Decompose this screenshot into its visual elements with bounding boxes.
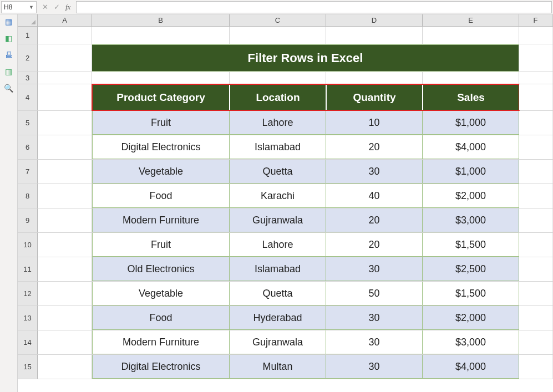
- tool-icon[interactable]: ▥: [4, 67, 14, 77]
- row-header[interactable]: 14: [18, 330, 38, 354]
- data-cell[interactable]: Gujranwala: [230, 208, 326, 232]
- cell[interactable]: [519, 111, 552, 135]
- row-header[interactable]: 5: [18, 111, 38, 135]
- data-cell[interactable]: 50: [326, 282, 423, 306]
- cell[interactable]: [230, 72, 326, 84]
- row-header[interactable]: 13: [18, 306, 38, 330]
- data-cell[interactable]: Fruit: [92, 111, 230, 135]
- cell[interactable]: [38, 135, 92, 159]
- row-header[interactable]: 12: [18, 282, 38, 306]
- data-cell[interactable]: $1,000: [423, 111, 519, 135]
- data-cell[interactable]: $1,000: [423, 160, 519, 184]
- cell[interactable]: [38, 330, 92, 354]
- cell[interactable]: [38, 27, 92, 44]
- cell[interactable]: [38, 44, 92, 72]
- cell[interactable]: [38, 184, 92, 208]
- data-cell[interactable]: Digital Electronics: [92, 135, 230, 159]
- data-cell[interactable]: 30: [326, 330, 423, 354]
- chevron-down-icon[interactable]: ▼: [29, 4, 34, 10]
- data-cell[interactable]: $1,500: [423, 282, 519, 306]
- fx-icon[interactable]: fx: [65, 3, 70, 12]
- data-cell[interactable]: Gujranwala: [230, 330, 326, 354]
- cell[interactable]: [423, 27, 519, 44]
- row-header[interactable]: 3: [18, 72, 38, 84]
- data-cell[interactable]: $4,000: [423, 135, 519, 159]
- row-header[interactable]: 7: [18, 160, 38, 184]
- cell[interactable]: [519, 44, 552, 72]
- tool-icon[interactable]: ▦: [4, 17, 14, 27]
- data-cell[interactable]: Old Electronics: [92, 257, 230, 281]
- cell[interactable]: [326, 27, 423, 44]
- data-cell[interactable]: $3,000: [423, 208, 519, 232]
- cell[interactable]: [519, 84, 552, 110]
- row-header[interactable]: 4: [18, 84, 38, 110]
- data-cell[interactable]: $3,000: [423, 330, 519, 354]
- data-cell[interactable]: Lahore: [230, 111, 326, 135]
- cell[interactable]: [519, 233, 552, 257]
- cell[interactable]: [92, 27, 230, 44]
- cell[interactable]: [519, 257, 552, 281]
- cell[interactable]: [38, 111, 92, 135]
- cell[interactable]: [519, 355, 552, 379]
- cell[interactable]: [38, 208, 92, 232]
- row-header[interactable]: 1: [18, 27, 38, 44]
- data-cell[interactable]: Islamabad: [230, 257, 326, 281]
- row-header[interactable]: 15: [18, 355, 38, 379]
- data-cell[interactable]: 20: [326, 208, 423, 232]
- cell[interactable]: [38, 306, 92, 330]
- data-cell[interactable]: Modern Furniture: [92, 330, 230, 354]
- cell[interactable]: [92, 72, 230, 84]
- formula-input[interactable]: [76, 1, 552, 13]
- data-cell[interactable]: Karachi: [230, 184, 326, 208]
- cell[interactable]: [326, 72, 423, 84]
- tool-icon[interactable]: ◧: [4, 33, 14, 43]
- table-header-cell[interactable]: Location: [230, 84, 326, 110]
- data-cell[interactable]: 20: [326, 135, 423, 159]
- cell[interactable]: [519, 184, 552, 208]
- cell[interactable]: [230, 27, 326, 44]
- data-cell[interactable]: Vegetable: [92, 282, 230, 306]
- cell[interactable]: [519, 72, 552, 84]
- data-cell[interactable]: Digital Electronics: [92, 355, 230, 379]
- enter-icon[interactable]: ✓: [54, 3, 60, 11]
- data-cell[interactable]: Multan: [230, 355, 326, 379]
- table-header-cell[interactable]: Quantity: [326, 84, 423, 110]
- table-header-cell[interactable]: Sales: [423, 84, 519, 110]
- tool-icon[interactable]: 🖶: [4, 50, 14, 60]
- cell[interactable]: [38, 233, 92, 257]
- row-header[interactable]: 6: [18, 135, 38, 159]
- col-header[interactable]: A: [38, 14, 92, 26]
- cell[interactable]: [38, 160, 92, 184]
- data-cell[interactable]: 40: [326, 184, 423, 208]
- cell[interactable]: [38, 84, 92, 110]
- cell[interactable]: [519, 208, 552, 232]
- data-cell[interactable]: Lahore: [230, 233, 326, 257]
- cell[interactable]: [519, 160, 552, 184]
- title-cell[interactable]: Filter Rows in Excel: [92, 44, 519, 72]
- data-cell[interactable]: Food: [92, 184, 230, 208]
- data-cell[interactable]: Quetta: [230, 160, 326, 184]
- data-cell[interactable]: 30: [326, 257, 423, 281]
- cell[interactable]: [519, 330, 552, 354]
- cell[interactable]: [519, 306, 552, 330]
- data-cell[interactable]: Fruit: [92, 233, 230, 257]
- data-cell[interactable]: 30: [326, 160, 423, 184]
- data-cell[interactable]: 30: [326, 306, 423, 330]
- cell[interactable]: [519, 282, 552, 306]
- data-cell[interactable]: 10: [326, 111, 423, 135]
- data-cell[interactable]: $2,000: [423, 306, 519, 330]
- cell[interactable]: [423, 72, 519, 84]
- row-header[interactable]: 10: [18, 233, 38, 257]
- cell[interactable]: [38, 355, 92, 379]
- cell[interactable]: [38, 257, 92, 281]
- table-header-cell[interactable]: Product Category: [92, 84, 230, 110]
- row-header[interactable]: 9: [18, 208, 38, 232]
- col-header[interactable]: F: [519, 14, 552, 26]
- cell[interactable]: [519, 27, 552, 44]
- data-cell[interactable]: $2,500: [423, 257, 519, 281]
- col-header[interactable]: D: [326, 14, 423, 26]
- data-cell[interactable]: 30: [326, 355, 423, 379]
- row-header[interactable]: 2: [18, 44, 38, 72]
- data-cell[interactable]: $2,000: [423, 184, 519, 208]
- data-cell[interactable]: Islamabad: [230, 135, 326, 159]
